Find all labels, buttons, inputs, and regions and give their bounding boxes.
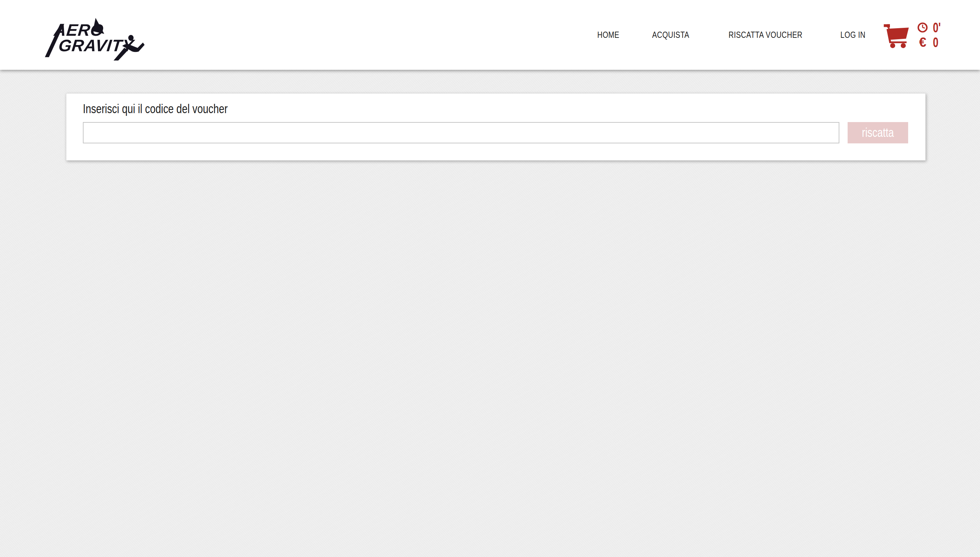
header: AERO GRAVITY HOME ACQUISTA (0, 0, 980, 70)
nav-item-home[interactable]: HOME (594, 29, 622, 40)
voucher-title: Inserisci qui il codice del voucher (83, 102, 264, 116)
main-nav: HOME ACQUISTA RISCATTA VOUCHER LOG IN (594, 0, 869, 70)
cart-duration-value: 0' (933, 22, 941, 33)
nav-item-riscatta-voucher-label: RISCATTA VOUCHER (729, 29, 803, 40)
cart-icon (883, 22, 911, 48)
aero-gravity-logo-icon: AERO GRAVITY (45, 17, 145, 61)
nav-item-log-in-label: LOG IN (840, 29, 866, 40)
nav-item-acquista[interactable]: ACQUISTA (648, 29, 694, 40)
riscatta-button-label: riscatta (862, 127, 894, 139)
riscatta-button[interactable]: riscatta (848, 122, 908, 143)
nav-item-log-in[interactable]: LOG IN (837, 29, 869, 40)
cart-duration-row: 0' (917, 22, 944, 33)
nav-item-home-label: HOME (597, 29, 619, 40)
cart-summary[interactable]: 0' € 0 (883, 0, 944, 70)
clock-icon (917, 22, 928, 33)
nav-item-acquista-label: ACQUISTA (652, 29, 689, 40)
voucher-code-input[interactable] (83, 122, 839, 143)
euro-symbol: € (917, 36, 928, 48)
cart-info: 0' € 0 (917, 22, 944, 48)
aero-gravity-logo[interactable]: AERO GRAVITY (45, 17, 145, 61)
voucher-title-label: Inserisci qui il codice del voucher (83, 102, 228, 116)
cart-total-row: € 0 (917, 36, 944, 48)
nav-item-riscatta-voucher[interactable]: RISCATTA VOUCHER (720, 29, 812, 40)
voucher-card: Inserisci qui il codice del voucher risc… (66, 93, 926, 161)
page: AERO GRAVITY HOME ACQUISTA (0, 0, 980, 557)
cart-total-value: 0 (933, 36, 938, 48)
